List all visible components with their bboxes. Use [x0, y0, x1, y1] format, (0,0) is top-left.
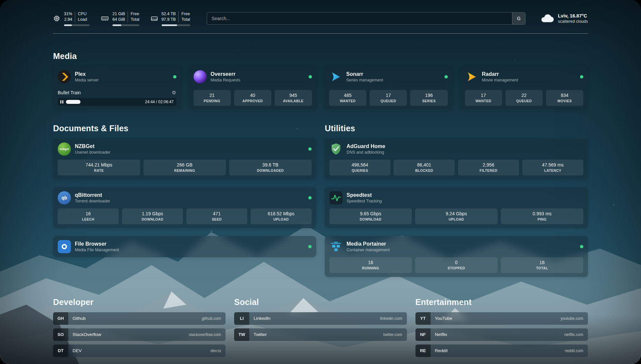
card-qbittorrent[interactable]: qb qBittorrent Torrent downloader 16 LEE…	[53, 187, 316, 228]
header-divider	[53, 33, 588, 34]
search-input[interactable]	[207, 13, 512, 24]
disk-free-value: 52.4 TB	[162, 11, 176, 17]
search-provider-button[interactable]: G	[512, 13, 525, 24]
bookmark-name: StackOverflow	[68, 332, 101, 337]
settings-icon[interactable]: ⚙	[172, 90, 176, 96]
memory-widget: 21 GiB 64 GiB Free Total	[101, 11, 139, 26]
bookmark-twitter[interactable]: TW Twitter twitter.com	[234, 328, 407, 341]
stat-filtered: 2,956 FILTERED	[458, 160, 519, 175]
stat-label: APPROVED	[242, 99, 263, 103]
card-radarr[interactable]: Radarr Movie management 17 WANTED 22 QUE…	[460, 66, 588, 110]
stat-downloaded: 39.6 TB DOWNLOADED	[229, 160, 312, 175]
stat-label: MOVIES	[558, 99, 572, 103]
stat-leech: 16 LEECH	[58, 208, 119, 224]
dashboard-screen: 31% 2.94 CPU Load	[0, 0, 641, 364]
bookmarks-developer: Developer GH Github github.com SO StackO…	[53, 297, 226, 361]
card-adguard[interactable]: AdGuard Home DNS and adblocking 498,564 …	[325, 138, 588, 179]
stat-label: QUEUED	[381, 99, 396, 103]
disk-progress-bar	[162, 24, 190, 26]
cpu-load-label: Load	[78, 17, 87, 22]
bookmarks-entertainment: Entertainment YT YouTube youtube.com NF …	[415, 297, 588, 361]
bookmark-name: Twitter	[249, 332, 267, 337]
bookmark-domain: netflix.com	[565, 332, 588, 337]
bookmark-abbr: GH	[53, 312, 68, 325]
stat-label: SERIES	[422, 99, 436, 103]
stat-label: QUEUED	[516, 99, 532, 103]
status-online-dot	[580, 75, 583, 78]
stat-label: PING	[537, 217, 546, 221]
bookmark-abbr: TW	[234, 328, 249, 341]
weather-widget[interactable]: Lviv, 16.87°C scattered clouds	[540, 13, 588, 24]
radarr-icon	[465, 70, 478, 83]
cpu-load-value: 2.94	[64, 17, 72, 22]
card-nzbget[interactable]: nzbget NZBGet Usenet downloader 744.21 M…	[53, 138, 316, 179]
bookmark-abbr: DT	[53, 345, 68, 357]
stat-value: 9.65 Gbps	[360, 211, 382, 216]
bookmark-domain: stackoverflow.com	[189, 332, 226, 337]
bookmark-abbr: NF	[415, 328, 431, 341]
bookmark-domain: linkedin.com	[380, 316, 407, 321]
stat-remaining: 266 GB REMAINING	[143, 160, 226, 175]
stat-value: 196	[425, 93, 433, 98]
card-title: Overseerr	[211, 71, 240, 77]
section-documents: Documents & Files nzbget NZBGet Usenet d…	[53, 124, 316, 277]
adguard-icon	[329, 142, 343, 156]
card-plex[interactable]: Plex Media server Bullet Train ⚙	[53, 66, 181, 110]
stat-value: 17	[481, 93, 486, 98]
pause-icon[interactable]	[60, 100, 63, 104]
stat-label: BLOCKED	[415, 168, 433, 172]
bookmark-stackoverflow[interactable]: SO StackOverflow stackoverflow.com	[53, 328, 226, 341]
status-online-dot	[580, 245, 583, 248]
stat-value: 16	[86, 211, 91, 216]
stat-value: 744.21 Mbps	[86, 162, 112, 167]
bookmark-youtube[interactable]: YT YouTube youtube.com	[415, 312, 588, 325]
filebrowser-icon	[58, 240, 71, 253]
card-title: File Browser	[75, 241, 119, 247]
card-title: Sonarr	[346, 71, 383, 77]
stat-value: 618.52 Mbps	[268, 211, 294, 216]
stat-pending: 21 PENDING	[194, 90, 231, 106]
bookmark-netflix[interactable]: NF Netflix netflix.com	[415, 328, 588, 341]
bookmark-domain: github.com	[202, 316, 226, 321]
bookmark-domain: twitter.com	[383, 332, 407, 337]
bookmark-name: Netflix	[431, 332, 447, 337]
stat-value: 86,401	[417, 162, 431, 167]
stat-label: QUERIES	[351, 168, 368, 172]
bookmark-dev[interactable]: DT DEV dev.to	[53, 345, 226, 357]
bookmark-linkedin[interactable]: LI LinkedIn linkedin.com	[234, 312, 407, 325]
bookmark-github[interactable]: GH Github github.com	[53, 312, 226, 325]
stat-label: PENDING	[204, 99, 221, 103]
bookmark-domain: dev.to	[211, 349, 226, 353]
stat-label: SEED	[212, 217, 222, 221]
stat-label: REMAINING	[174, 168, 195, 172]
memory-free-label: Free	[131, 11, 139, 17]
search-bar[interactable]: G	[207, 12, 526, 25]
stat-value: 2,956	[483, 162, 494, 167]
memory-total-label: Total	[131, 17, 139, 22]
playback-track[interactable]	[66, 100, 142, 104]
bookmark-reddit[interactable]: RE Reddit reddit.com	[415, 345, 588, 357]
card-filebrowser[interactable]: File Browser Media File Management	[53, 236, 316, 257]
plex-now-playing: Bullet Train ⚙ 24:44 / 02:06:47	[58, 87, 176, 106]
stat-label: LATENCY	[544, 168, 562, 172]
card-overseerr[interactable]: Overseerr Media Requests 21 PENDING 40 A…	[189, 66, 317, 110]
card-portainer[interactable]: Media Portainer Container management 16 …	[325, 236, 588, 277]
cpu-widget: 31% 2.94 CPU Load	[53, 11, 90, 26]
stat-value: 21	[209, 93, 215, 98]
playback-bar[interactable]: 24:44 / 02:06:47	[58, 98, 176, 106]
stat-value: 485	[344, 93, 351, 98]
status-online-dot	[309, 75, 312, 78]
stat-value: 9.24 Gbps	[446, 211, 467, 216]
stat-download: 1.19 Gbps DOWNLOAD	[122, 208, 183, 224]
snow-particles	[0, 0, 1, 1]
stat-upload: 9.24 Gbps UPLOAD	[415, 208, 498, 224]
card-sonarr[interactable]: Sonarr Series management 485 WANTED 17 Q…	[324, 66, 452, 110]
stat-value: 1.19 Gbps	[142, 211, 163, 216]
stat-value: 22	[521, 93, 527, 98]
card-subtitle: Speedtest Tracking	[347, 199, 382, 203]
stat-series: 196 SERIES	[410, 90, 447, 106]
cpu-percent-value: 31%	[64, 11, 72, 17]
card-speedtest[interactable]: Speedtest Speedtest Tracking 9.65 Gbps D…	[325, 187, 588, 228]
stat-value: 39.6 TB	[262, 162, 279, 167]
status-online-dot	[308, 196, 312, 199]
